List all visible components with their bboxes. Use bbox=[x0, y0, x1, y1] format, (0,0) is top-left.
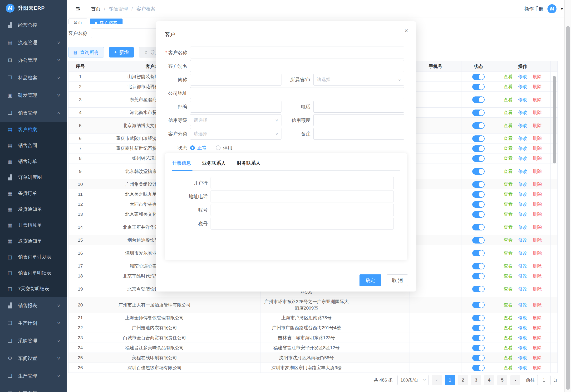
status-toggle[interactable] bbox=[472, 263, 485, 269]
status-toggle[interactable] bbox=[472, 84, 485, 90]
status-toggle[interactable] bbox=[472, 273, 485, 280]
sidebar-item[interactable]: ❏ 生产计划 ∨ bbox=[0, 314, 67, 332]
view-link[interactable]: 查看 bbox=[504, 156, 513, 161]
delete-link[interactable]: 删除 bbox=[533, 169, 542, 174]
status-toggle[interactable] bbox=[472, 211, 485, 218]
edit-link[interactable]: 修改 bbox=[518, 264, 527, 268]
view-link[interactable]: 查看 bbox=[504, 169, 513, 174]
breadcrumb-home[interactable]: 首页 bbox=[91, 6, 100, 12]
edit-link[interactable]: 修改 bbox=[518, 182, 527, 187]
delete-link[interactable]: 删除 bbox=[533, 136, 542, 141]
delete-link[interactable]: 删除 bbox=[533, 335, 542, 340]
status-toggle[interactable] bbox=[472, 325, 485, 331]
status-radio-disabled[interactable]: 停用 bbox=[216, 145, 232, 151]
status-toggle[interactable] bbox=[472, 155, 485, 162]
edit-link[interactable]: 修改 bbox=[518, 156, 527, 161]
view-link[interactable]: 查看 bbox=[504, 110, 513, 115]
prev-page-button[interactable]: ‹ bbox=[432, 375, 442, 385]
avatar[interactable]: M bbox=[547, 4, 556, 13]
view-link[interactable]: 查看 bbox=[504, 202, 513, 207]
status-toggle[interactable] bbox=[472, 250, 485, 256]
edit-link[interactable]: 修改 bbox=[518, 110, 527, 115]
edit-link[interactable]: 修改 bbox=[518, 136, 527, 141]
status-toggle[interactable] bbox=[472, 191, 485, 198]
sidebar-subitem[interactable]: ◫ 7天交货明细表 bbox=[0, 281, 67, 297]
page-number-button[interactable]: 2 bbox=[458, 375, 468, 385]
delete-link[interactable]: 删除 bbox=[533, 202, 542, 207]
tab-customer-archive[interactable]: 客户档案 bbox=[90, 18, 122, 24]
view-link[interactable]: 查看 bbox=[504, 192, 513, 197]
breadcrumb-sales[interactable]: 销售管理 bbox=[109, 6, 128, 12]
status-radio-normal[interactable]: 正常 bbox=[190, 145, 207, 151]
status-toggle[interactable] bbox=[472, 335, 485, 341]
sidebar-item[interactable]: ❏ 销售管理 ∧ bbox=[0, 104, 67, 122]
edit-link[interactable]: 修改 bbox=[518, 345, 527, 350]
edit-link[interactable]: 修改 bbox=[518, 97, 527, 102]
sidebar-item[interactable]: ❐ 料品档案 ∨ bbox=[0, 69, 67, 86]
next-page-button[interactable]: › bbox=[510, 375, 520, 385]
sidebar-subitem[interactable]: ▟ 订单进度图 bbox=[0, 169, 67, 185]
delete-link[interactable]: 删除 bbox=[533, 74, 542, 79]
customer-alias-field[interactable] bbox=[190, 60, 404, 72]
account-field[interactable] bbox=[210, 204, 394, 216]
delete-link[interactable]: 删除 bbox=[533, 110, 542, 115]
sidebar-subitem[interactable]: ▦ 退货通知单 bbox=[0, 233, 67, 249]
view-link[interactable]: 查看 bbox=[504, 146, 513, 151]
edit-link[interactable]: 修改 bbox=[518, 273, 527, 279]
delete-link[interactable]: 删除 bbox=[533, 84, 542, 89]
sidebar-subitem[interactable]: ▦ 备货订单 bbox=[0, 185, 67, 201]
sidebar-subitem[interactable]: ▤ 客户档案 bbox=[0, 122, 67, 138]
page-number-button[interactable]: 4 bbox=[484, 375, 494, 385]
view-link[interactable]: 查看 bbox=[504, 287, 513, 292]
card-tab[interactable]: 开票信息 bbox=[172, 160, 191, 170]
view-link[interactable]: 查看 bbox=[504, 136, 513, 141]
edit-link[interactable]: 修改 bbox=[518, 169, 527, 174]
status-toggle[interactable] bbox=[472, 110, 485, 116]
edit-link[interactable]: 修改 bbox=[518, 212, 527, 217]
edit-link[interactable]: 修改 bbox=[518, 315, 527, 320]
status-toggle[interactable] bbox=[472, 168, 485, 175]
short-name-field[interactable] bbox=[190, 74, 282, 85]
page-number-button[interactable]: 3 bbox=[471, 375, 481, 385]
delete-link[interactable]: 删除 bbox=[533, 325, 542, 330]
delete-link[interactable]: 删除 bbox=[533, 238, 542, 243]
delete-link[interactable]: 删除 bbox=[533, 264, 542, 268]
edit-link[interactable]: 修改 bbox=[518, 355, 527, 360]
status-toggle[interactable] bbox=[472, 315, 485, 321]
delete-link[interactable]: 删除 bbox=[533, 97, 542, 102]
card-tab[interactable]: 财务联系人 bbox=[237, 160, 260, 170]
sidebar-item[interactable]: ❏ 采购管理 ∨ bbox=[0, 332, 67, 350]
sidebar-subitem[interactable]: ▤ 销售合同 bbox=[0, 138, 67, 154]
delete-link[interactable]: 删除 bbox=[533, 251, 542, 256]
status-toggle[interactable] bbox=[472, 97, 485, 103]
view-link[interactable]: 查看 bbox=[504, 225, 513, 230]
edit-link[interactable]: 修改 bbox=[518, 202, 527, 207]
delete-link[interactable]: 删除 bbox=[533, 273, 542, 279]
view-link[interactable]: 查看 bbox=[504, 182, 513, 187]
sidebar-subitem[interactable]: ◫ 销售订单明细表 bbox=[0, 265, 67, 281]
sidebar-subitem[interactable]: ▦ 开票结算单 bbox=[0, 217, 67, 233]
status-toggle[interactable] bbox=[472, 345, 485, 351]
view-link[interactable]: 查看 bbox=[504, 335, 513, 340]
sidebar-subitem[interactable]: ▦ 发货通知单 bbox=[0, 201, 67, 217]
edit-link[interactable]: 修改 bbox=[518, 365, 527, 370]
sidebar-item[interactable]: ▤ 流程管理 ∨ bbox=[0, 34, 67, 51]
sidebar-item[interactable]: ❏ 加工车间 ∨ bbox=[0, 385, 67, 392]
status-toggle[interactable] bbox=[472, 181, 485, 188]
delete-link[interactable]: 删除 bbox=[533, 365, 542, 370]
sidebar-item[interactable]: ⚙ 车间设置 ∨ bbox=[0, 350, 67, 367]
phone-field[interactable] bbox=[313, 101, 404, 112]
page-scrollbar-thumb[interactable] bbox=[566, 26, 570, 390]
view-link[interactable]: 查看 bbox=[504, 325, 513, 330]
view-link[interactable]: 查看 bbox=[504, 74, 513, 79]
collapse-sidebar-button[interactable]: ≡ ◂ bbox=[76, 5, 80, 13]
page-size-select[interactable]: 100条/页 ∨ bbox=[397, 375, 429, 385]
province-select[interactable]: 请选择 ∨ bbox=[313, 74, 404, 85]
view-link[interactable]: 查看 bbox=[504, 264, 513, 268]
delete-link[interactable]: 删除 bbox=[533, 287, 542, 292]
status-toggle[interactable] bbox=[472, 145, 485, 152]
sidebar-item[interactable]: ▣ 研发管理 ∨ bbox=[0, 86, 67, 104]
close-icon[interactable]: × bbox=[405, 28, 408, 34]
bank-field[interactable] bbox=[210, 177, 394, 189]
delete-link[interactable]: 删除 bbox=[533, 302, 542, 308]
